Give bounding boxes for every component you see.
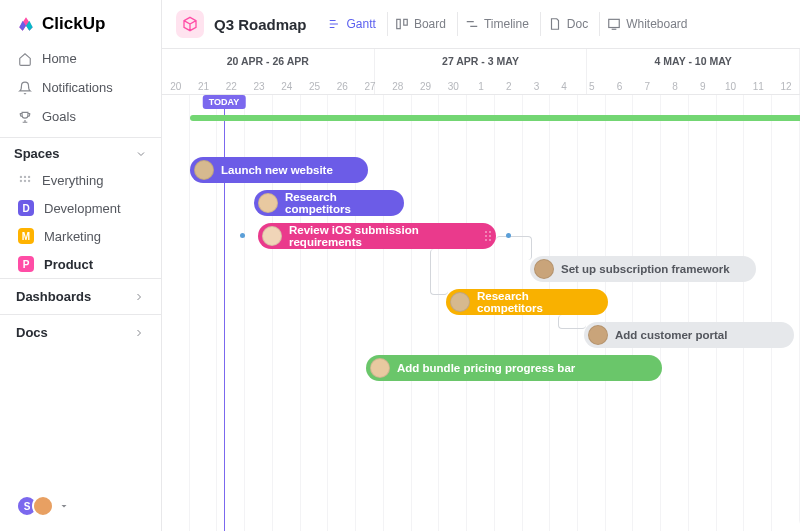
week-label: 4 MAY - 10 MAY <box>587 55 799 67</box>
dependency-line <box>496 236 532 260</box>
gantt-icon <box>328 17 342 31</box>
assignee-avatar[interactable] <box>370 358 390 378</box>
week-label: 20 APR - 26 APR <box>162 55 374 67</box>
project-icon[interactable] <box>176 10 204 38</box>
task-bar[interactable]: Add bundle pricing progress bar <box>366 355 662 381</box>
view-doc-label: Doc <box>567 17 588 31</box>
nav-goals[interactable]: Goals <box>0 102 161 131</box>
day-cell: 27 <box>356 81 384 92</box>
space-badge: M <box>18 228 34 244</box>
day-cell: 4 <box>550 81 578 92</box>
doc-icon <box>548 17 562 31</box>
day-cell: 20 <box>162 81 190 92</box>
sidebar: ClickUp Home Notifications Goals Spaces … <box>0 0 162 531</box>
docs-label: Docs <box>16 325 48 340</box>
date-header: 20 APR - 26 APR 27 APR - 3 MAY 4 MAY - 1… <box>162 49 800 95</box>
user-avatar[interactable] <box>32 495 54 517</box>
nav-goals-label: Goals <box>42 109 76 124</box>
view-board-label: Board <box>414 17 446 31</box>
spaces-header-label: Spaces <box>14 146 60 161</box>
sidebar-docs[interactable]: Docs <box>0 314 161 350</box>
day-cell: 23 <box>245 81 273 92</box>
svg-point-3 <box>20 179 22 181</box>
view-whiteboard-label: Whiteboard <box>626 17 687 31</box>
week-label: 27 APR - 3 MAY <box>375 55 587 67</box>
day-cell: 9 <box>689 81 717 92</box>
assignee-avatar[interactable] <box>534 259 554 279</box>
space-development[interactable]: DDevelopment <box>0 194 161 222</box>
space-mkt-label: Marketing <box>44 229 101 244</box>
view-gantt-label: Gantt <box>347 17 376 31</box>
today-badge: TODAY <box>203 95 246 109</box>
day-cell: 2 <box>495 81 523 92</box>
brand-name: ClickUp <box>42 14 105 34</box>
dashboards-label: Dashboards <box>16 289 91 304</box>
task-bar[interactable]: Set up subscription framework <box>530 256 756 282</box>
day-cell: 21 <box>190 81 218 92</box>
task-label: Add customer portal <box>615 329 727 341</box>
task-label: Research competitors <box>285 191 392 215</box>
day-cell: 10 <box>717 81 745 92</box>
task-bar[interactable]: Add customer portal <box>584 322 794 348</box>
task-label: Add bundle pricing progress bar <box>397 362 575 374</box>
space-product[interactable]: PProduct <box>0 250 161 278</box>
nav-notifications[interactable]: Notifications <box>0 73 161 102</box>
day-cell: 8 <box>661 81 689 92</box>
task-bar[interactable]: Research competitors <box>254 190 404 216</box>
assignee-avatar[interactable] <box>258 193 278 213</box>
task-bar[interactable]: Review iOS submission requirements <box>258 223 496 249</box>
dependency-line <box>558 315 586 329</box>
task-bar[interactable]: Launch new website <box>190 157 368 183</box>
logo[interactable]: ClickUp <box>0 0 161 44</box>
assignee-avatar[interactable] <box>450 292 470 312</box>
svg-point-1 <box>24 175 26 177</box>
space-badge: D <box>18 200 34 216</box>
nav-home[interactable]: Home <box>0 44 161 73</box>
summary-bar[interactable] <box>190 115 800 121</box>
nav-home-label: Home <box>42 51 77 66</box>
caret-down-icon[interactable] <box>58 500 70 512</box>
task-bar[interactable]: Research competitors <box>446 289 608 315</box>
view-doc[interactable]: Doc <box>540 12 595 36</box>
cube-icon <box>182 16 198 32</box>
chevron-down-icon <box>135 148 147 160</box>
svg-rect-7 <box>404 19 408 25</box>
chevron-right-icon <box>133 291 145 303</box>
sidebar-dashboards[interactable]: Dashboards <box>0 278 161 314</box>
svg-point-4 <box>24 179 26 181</box>
day-cell: 12 <box>772 81 800 92</box>
space-everything[interactable]: Everything <box>0 167 161 194</box>
view-timeline[interactable]: Timeline <box>457 12 536 36</box>
view-timeline-label: Timeline <box>484 17 529 31</box>
svg-rect-8 <box>609 19 620 27</box>
space-prod-label: Product <box>44 257 93 272</box>
view-gantt[interactable]: Gantt <box>321 12 383 36</box>
assignee-avatar[interactable] <box>262 226 282 246</box>
space-marketing[interactable]: MMarketing <box>0 222 161 250</box>
assignee-avatar[interactable] <box>194 160 214 180</box>
day-cell: 29 <box>412 81 440 92</box>
day-cell: 6 <box>606 81 634 92</box>
spaces-header[interactable]: Spaces <box>0 137 161 167</box>
page-title: Q3 Roadmap <box>214 16 307 33</box>
space-everything-label: Everything <box>42 173 103 188</box>
view-board[interactable]: Board <box>387 12 453 36</box>
home-icon <box>18 52 32 66</box>
drag-handle[interactable] <box>484 230 492 242</box>
dependency-line <box>430 249 448 295</box>
sidebar-footer: S <box>0 481 161 531</box>
milestone-dot[interactable] <box>506 233 511 238</box>
chevron-right-icon <box>133 327 145 339</box>
day-cell: 7 <box>633 81 661 92</box>
nav-notifications-label: Notifications <box>42 80 113 95</box>
gantt-area[interactable]: TODAY Launch new website Research compet… <box>162 95 800 531</box>
task-label: Research competitors <box>477 290 596 314</box>
clickup-logo-icon <box>16 14 36 34</box>
svg-rect-6 <box>397 19 401 28</box>
bell-icon <box>18 81 32 95</box>
day-cell: 26 <box>328 81 356 92</box>
assignee-avatar[interactable] <box>588 325 608 345</box>
view-whiteboard[interactable]: Whiteboard <box>599 12 694 36</box>
svg-point-5 <box>28 179 30 181</box>
milestone-dot[interactable] <box>240 233 245 238</box>
